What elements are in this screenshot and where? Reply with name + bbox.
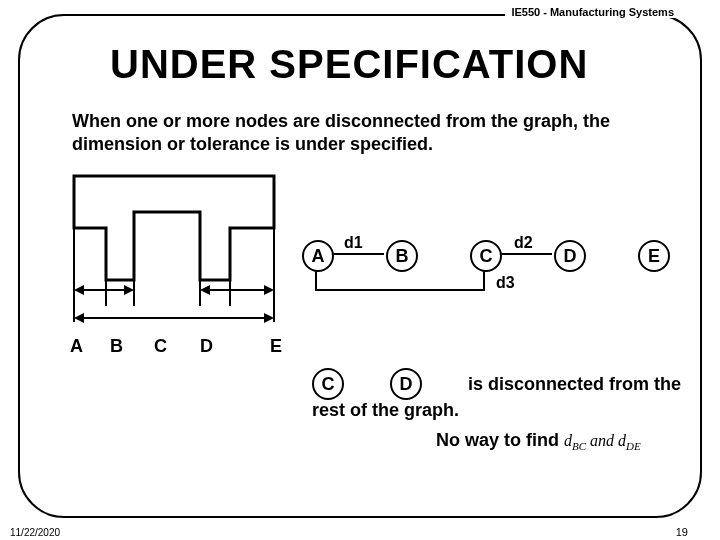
page-title: UNDER SPECIFICATION — [110, 42, 588, 87]
part-figure — [70, 172, 280, 330]
body-paragraph: When one or more nodes are disconnected … — [72, 110, 672, 155]
svg-marker-8 — [74, 285, 84, 295]
tolerance-graph: A B C D E d1 d2 d3 — [300, 238, 672, 306]
graph-node-e: E — [638, 240, 670, 272]
svg-marker-11 — [264, 285, 274, 295]
svg-marker-14 — [264, 313, 274, 323]
edge-label-d3: d3 — [496, 274, 515, 292]
graph-node-d: D — [554, 240, 586, 272]
course-code: IE550 - Manufacturing Systems — [505, 6, 680, 18]
disc-text: is disconnected from the rest of the gra… — [312, 374, 681, 421]
graph-node-a: A — [302, 240, 334, 272]
svg-marker-9 — [124, 285, 134, 295]
disc-node-d: D — [390, 368, 422, 400]
disc-node-c: C — [312, 368, 344, 400]
svg-marker-10 — [200, 285, 210, 295]
svg-marker-13 — [74, 313, 84, 323]
edge-label-d1: d1 — [344, 234, 363, 252]
axis-label-b: B — [110, 336, 123, 357]
no-way-math: dBC and dDE — [564, 432, 641, 449]
graph-node-c: C — [470, 240, 502, 272]
no-way-text: No way to find — [436, 430, 559, 450]
disconnected-statement: C D is disconnected from the rest of the… — [312, 368, 692, 421]
graph-node-b: B — [386, 240, 418, 272]
axis-label-c: C — [154, 336, 167, 357]
axis-label-e: E — [270, 336, 282, 357]
footer-page-number: 19 — [672, 526, 692, 538]
no-way-line: No way to find dBC and dDE — [436, 430, 641, 452]
footer-date: 11/22/2020 — [6, 527, 64, 538]
edge-label-d2: d2 — [514, 234, 533, 252]
axis-label-d: D — [200, 336, 213, 357]
axis-label-a: A — [70, 336, 83, 357]
slide: { "course_header": "IE550 - Manufacturin… — [0, 0, 720, 540]
